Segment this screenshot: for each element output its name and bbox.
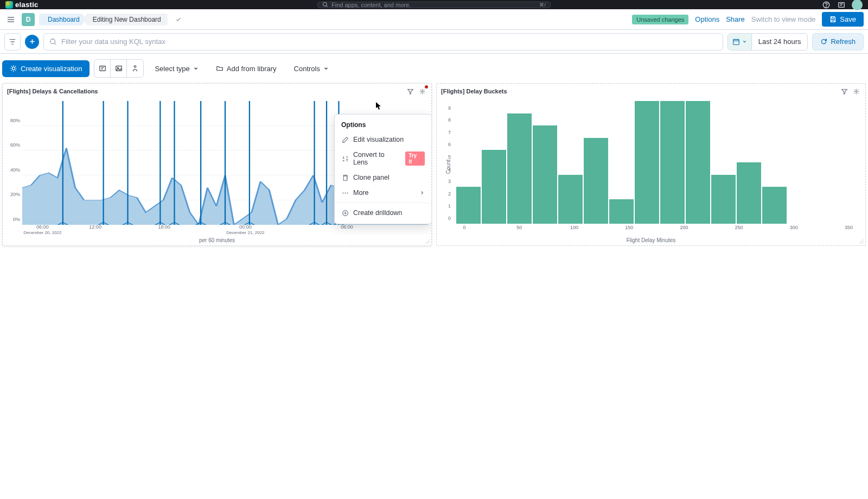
nav-toggle-button[interactable]: [4, 13, 17, 26]
create-visualization-button[interactable]: Create visualization: [2, 60, 90, 77]
chart-bar[interactable]: [609, 199, 634, 224]
y-tick-label: 20%: [10, 192, 20, 197]
y-tick-label: 6: [448, 142, 451, 147]
space-selector[interactable]: D: [22, 13, 35, 26]
save-icon: [829, 16, 837, 23]
folder-icon: [216, 65, 224, 72]
filter-options-button[interactable]: [4, 33, 21, 50]
refresh-button[interactable]: Refresh: [812, 33, 864, 50]
add-ml-panel-button[interactable]: [127, 60, 143, 77]
copy-icon: [341, 174, 349, 181]
svg-point-34: [855, 90, 857, 92]
chart-bar[interactable]: [482, 150, 506, 224]
ellipsis-icon: [341, 189, 349, 197]
date-range-picker[interactable]: Last 24 hours: [727, 33, 808, 50]
chart-bar[interactable]: [507, 113, 532, 224]
x-tick-label: 12:00: [89, 225, 101, 230]
add-image-panel-button[interactable]: [111, 60, 127, 77]
chart-bar[interactable]: [635, 101, 659, 224]
refresh-icon: [820, 38, 827, 45]
header-right: [821, 0, 863, 10]
add-from-library-button[interactable]: Add from library: [209, 60, 283, 77]
pencil-icon: [341, 136, 349, 143]
add-filter-button[interactable]: [25, 35, 39, 49]
save-button[interactable]: Save: [822, 12, 864, 27]
y-tick-label: 9: [448, 105, 451, 111]
breadcrumb-dashboard[interactable]: Dashboard: [39, 14, 86, 26]
panel-delays-cancellations[interactable]: [Flights] Delays & Cancellations 0%20%40…: [2, 83, 432, 246]
panel-delay-buckets[interactable]: [Flights] Delay Buckets Count 0123456789…: [436, 83, 866, 246]
panel-filters-icon[interactable]: [405, 86, 415, 96]
menu-clone-label: Clone panel: [353, 174, 390, 181]
menu-edit-visualization[interactable]: Edit visualization: [335, 132, 431, 147]
x-tick-label: 06:00December 20, 2022: [23, 225, 61, 235]
x-tick-label: 300: [790, 225, 798, 230]
x-tick-label: 0: [463, 225, 465, 230]
menu-convert-to-lens[interactable]: Convert to Lens Try it: [335, 147, 431, 170]
chart-bar[interactable]: [762, 187, 787, 224]
panel-resize-handle[interactable]: [425, 239, 430, 244]
switch-view-mode[interactable]: Switch to view mode: [751, 15, 816, 23]
kql-input-field[interactable]: [61, 37, 717, 46]
help-icon[interactable]: [821, 0, 831, 10]
product-name: elastic: [15, 1, 39, 9]
elastic-logo-icon: [5, 1, 13, 9]
svg-point-6: [12, 67, 15, 70]
chart-bar[interactable]: [660, 101, 685, 224]
lens-convert-icon: [341, 155, 349, 162]
user-avatar[interactable]: [852, 0, 863, 10]
product-logo[interactable]: elastic: [5, 1, 39, 9]
panel-footer-label: Flight Delay Minutes: [437, 235, 865, 245]
panel-chart-body: Count 012345678910 050100150200250300350: [437, 99, 865, 235]
newsfeed-icon[interactable]: [837, 0, 846, 10]
chart-bar[interactable]: [558, 175, 583, 224]
chart-y-axis: 0%20%40%60%80%100%: [3, 101, 21, 225]
chart-bar[interactable]: [711, 175, 736, 224]
y-tick-label: 40%: [10, 167, 20, 173]
date-quick-select[interactable]: [728, 34, 752, 50]
panel-filters-icon[interactable]: [839, 86, 849, 96]
plus-circle-icon: [341, 209, 349, 217]
options-link[interactable]: Options: [695, 15, 719, 23]
svg-point-30: [342, 192, 343, 193]
menu-clone-panel[interactable]: Clone panel: [335, 170, 431, 185]
menu-separator: [335, 203, 431, 203]
quick-add-group: [94, 59, 144, 78]
menu-convert-label: Convert to Lens: [353, 151, 401, 166]
chart-bar[interactable]: [737, 162, 761, 224]
x-tick-label: 350: [845, 225, 853, 230]
panel-options-gear-icon[interactable]: [417, 86, 427, 96]
bar-chart[interactable]: [456, 101, 861, 224]
x-tick-label: 18:00: [158, 225, 171, 230]
chart-bar[interactable]: [686, 101, 710, 224]
date-range-text[interactable]: Last 24 hours: [752, 37, 808, 46]
dashboard-panels-grid: [Flights] Delays & Cancellations 0%20%40…: [0, 83, 868, 251]
kql-filter-input[interactable]: [43, 33, 723, 50]
global-search-input[interactable]: Find apps, content, and more. ⌘/: [317, 2, 551, 8]
try-it-badge: Try it: [405, 151, 425, 166]
chart-bar[interactable]: [533, 125, 557, 224]
add-text-panel-button[interactable]: [94, 60, 111, 77]
chart-x-axis: 06:00December 20, 202212:0018:0000:00Dec…: [22, 225, 428, 235]
panel-options-gear-icon[interactable]: [851, 86, 861, 96]
search-icon: [49, 38, 57, 46]
menu-create-drilldown[interactable]: Create drilldown: [335, 205, 431, 220]
breadcrumbs: Dashboard Editing New Dashboard: [39, 14, 168, 26]
controls-button[interactable]: Controls: [288, 60, 335, 77]
unsaved-changes-badge: Unsaved changes: [632, 15, 688, 24]
chevron-down-icon: [323, 66, 329, 71]
chevron-down-icon: [742, 39, 747, 44]
svg-rect-29: [343, 176, 347, 180]
share-link[interactable]: Share: [726, 15, 745, 23]
chart-bar[interactable]: [584, 138, 608, 224]
x-tick-label: 200: [680, 225, 688, 230]
save-label: Save: [840, 15, 856, 23]
chart-bar[interactable]: [456, 187, 481, 224]
svg-rect-5: [733, 39, 739, 45]
breadcrumb-bar: D Dashboard Editing New Dashboard Unsave…: [0, 9, 868, 30]
svg-point-31: [344, 192, 346, 193]
panel-resize-handle[interactable]: [859, 239, 864, 244]
select-type-button[interactable]: Select type: [148, 60, 205, 77]
menu-more[interactable]: More: [335, 185, 431, 200]
svg-point-2: [826, 7, 827, 7]
